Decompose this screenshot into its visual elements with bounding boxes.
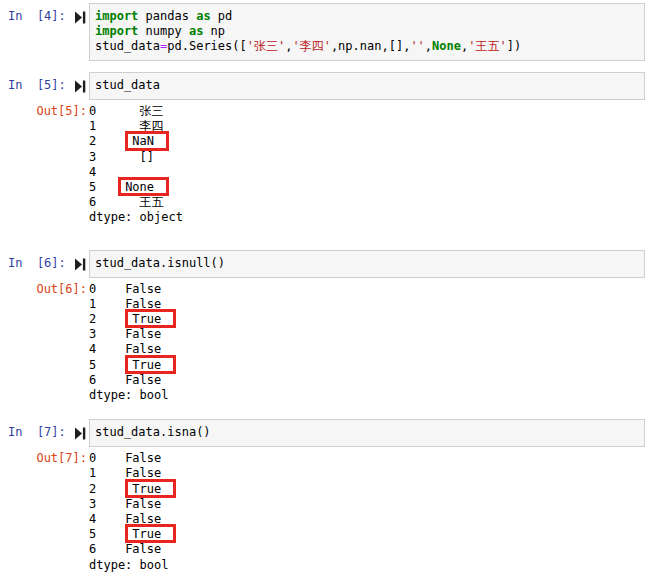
- series-row: 5 True: [89, 527, 645, 542]
- series-value: NaN: [132, 134, 154, 149]
- series-value: False: [125, 327, 161, 342]
- run-cell-icon[interactable]: [75, 80, 86, 93]
- series-value: False: [125, 542, 161, 557]
- series-row: 3 []: [89, 150, 645, 165]
- series-row: 5 None: [89, 180, 645, 195]
- code-token: '李四': [292, 39, 330, 53]
- code-line: stud_data: [95, 78, 640, 93]
- series-value: False: [125, 512, 161, 527]
- code-cell: In [7]:stud_data.isna(): [0, 419, 645, 447]
- code-editor[interactable]: stud_data.isna(): [89, 419, 645, 447]
- series-value: True: [132, 312, 161, 327]
- series-index: 6: [89, 542, 125, 556]
- series-index: 3: [89, 327, 125, 341]
- code-line: stud_data=pd.Series(['张三','李四',np.nan,[]…: [95, 39, 640, 54]
- code-token: stud_data.isna(): [95, 425, 211, 439]
- series-index: 5: [89, 180, 125, 194]
- series-row: dtype: bool: [89, 558, 645, 573]
- code-token: None: [432, 39, 461, 53]
- output-prompt-area: Out[5]:: [0, 104, 89, 226]
- series-value: True: [132, 527, 161, 542]
- input-prompt-area: In [7]:: [0, 419, 89, 447]
- series-index: 4: [89, 342, 125, 356]
- series-value: False: [125, 451, 161, 466]
- series-row: 5 True: [89, 358, 645, 373]
- output-prompt-area: Out[6]:: [0, 282, 89, 404]
- highlight-annotation-box: [125, 479, 176, 498]
- run-cell-icon[interactable]: [75, 11, 86, 24]
- series-index: dtype: object: [89, 210, 183, 224]
- code-editor[interactable]: import pandas as pdimport numpy as npstu…: [89, 3, 645, 61]
- series-index: 0: [89, 104, 140, 118]
- code-token: stud_data: [95, 78, 160, 92]
- code-token: stud_data.isnull(): [95, 256, 225, 270]
- series-index: 4: [89, 512, 125, 526]
- code-cell: In [4]:import pandas as pdimport numpy a…: [0, 3, 645, 61]
- series-index: 1: [89, 297, 125, 311]
- series-value: True: [132, 358, 161, 373]
- series-row: 2 NaN: [89, 134, 645, 149]
- code-token: ]): [507, 39, 521, 53]
- series-row: 1 李四: [89, 119, 645, 134]
- series-row: 6 False: [89, 542, 645, 557]
- series-value: 李四: [140, 119, 164, 134]
- series-index: dtype: bool: [89, 558, 168, 572]
- output-area: Out[5]:0 张三1 李四2 NaN3 []45 None6 王五dtype…: [0, 104, 645, 226]
- code-token: pandas: [138, 9, 196, 23]
- series-row: 0 False: [89, 282, 645, 297]
- highlight-annotation-box: [125, 355, 176, 374]
- series-index: 4: [89, 165, 96, 179]
- series-index: 2: [89, 312, 132, 326]
- run-cell-icon[interactable]: [75, 258, 86, 271]
- series-row: dtype: bool: [89, 388, 645, 403]
- code-token: ,np.nan,[],: [331, 39, 410, 53]
- code-token: '': [410, 39, 424, 53]
- series-row: 0 False: [89, 451, 645, 466]
- series-row: 4 False: [89, 512, 645, 527]
- series-value: 张三: [140, 104, 164, 119]
- series-index: 1: [89, 466, 125, 480]
- code-line: import numpy as np: [95, 24, 640, 39]
- series-index: 2: [89, 482, 132, 496]
- output-prompt-area: Out[7]:: [0, 451, 89, 573]
- code-line: stud_data.isna(): [95, 425, 640, 440]
- input-prompt-area: In [6]:: [0, 250, 89, 278]
- series-value: True: [132, 482, 161, 497]
- series-index: 0: [89, 451, 125, 465]
- code-cell: In [5]:stud_data: [0, 72, 645, 100]
- run-cell-icon[interactable]: [75, 427, 86, 440]
- output-area: Out[7]:0 False1 False2 True3 False4 Fals…: [0, 451, 645, 573]
- output-text: 0 张三1 李四2 NaN3 []45 None6 王五dtype: objec…: [89, 104, 645, 226]
- input-prompt-area: In [5]:: [0, 72, 89, 100]
- series-value: False: [125, 466, 161, 481]
- series-value: False: [125, 297, 161, 312]
- series-index: 1: [89, 119, 140, 133]
- jupyter-notebook-cells: In [4]:import pandas as pdimport numpy a…: [0, 3, 645, 573]
- code-token: pd.Series([: [167, 39, 246, 53]
- code-token: as: [196, 9, 210, 23]
- series-row: 3 False: [89, 327, 645, 342]
- output-prompt: Out[5]:: [0, 104, 89, 119]
- series-row: 4: [89, 165, 645, 180]
- highlight-annotation-box: [125, 309, 176, 328]
- series-value: False: [125, 282, 161, 297]
- output-prompt: Out[6]:: [0, 282, 89, 297]
- highlight-annotation-box: [118, 177, 169, 196]
- series-row: 6 False: [89, 373, 645, 388]
- series-value: False: [125, 497, 161, 512]
- series-index: 6: [89, 373, 125, 387]
- code-editor[interactable]: stud_data: [89, 72, 645, 100]
- series-row: 0 张三: [89, 104, 645, 119]
- code-token: import: [95, 24, 138, 38]
- series-value: []: [140, 150, 154, 165]
- input-prompt-area: In [4]:: [0, 3, 89, 61]
- series-index: 5: [89, 527, 132, 541]
- series-index: 6: [89, 195, 140, 209]
- code-cell: In [6]:stud_data.isnull(): [0, 250, 645, 278]
- code-token: ,: [425, 39, 432, 53]
- code-editor[interactable]: stud_data.isnull(): [89, 250, 645, 278]
- code-token: import: [95, 9, 138, 23]
- series-index: 0: [89, 282, 125, 296]
- code-token: as: [189, 24, 203, 38]
- code-token: numpy: [138, 24, 189, 38]
